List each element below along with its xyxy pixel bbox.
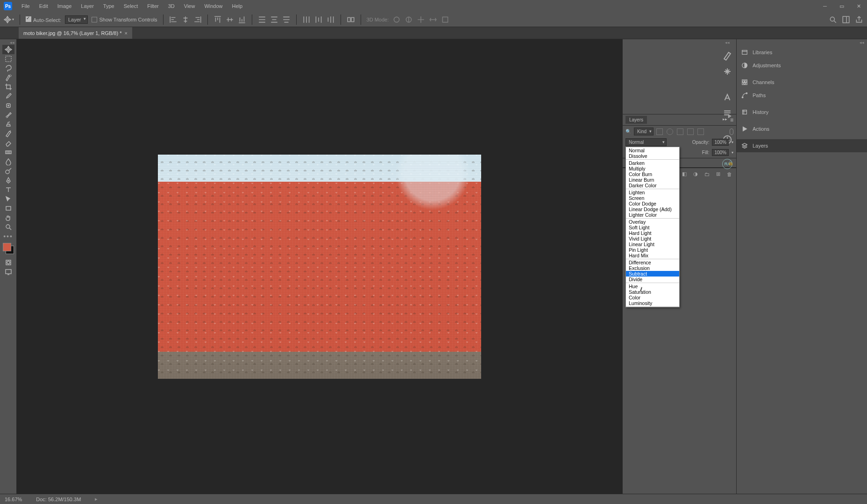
panel-history[interactable]: History [737, 106, 867, 119]
zoom-tool[interactable] [2, 222, 14, 232]
blend-mode-option[interactable]: Normal [626, 148, 679, 153]
menu-image[interactable]: Image [53, 3, 77, 9]
distribute-right-icon[interactable] [327, 15, 335, 24]
panel-collapse-icon[interactable]: ◂◂ [737, 39, 867, 46]
clone-source-icon[interactable] [722, 66, 732, 77]
crop-tool[interactable] [2, 82, 14, 92]
blend-mode-option[interactable]: Dissolve [626, 153, 679, 159]
quick-mask-tool[interactable] [2, 258, 14, 267]
distribute-top-icon[interactable] [258, 15, 266, 24]
blend-mode-option[interactable]: Hue [626, 284, 679, 289]
window-close-button[interactable]: ✕ [850, 0, 867, 12]
clone-stamp-tool[interactable] [2, 120, 14, 129]
blend-mode-option[interactable]: Soft Light [626, 225, 679, 230]
window-minimize-button[interactable]: ─ [817, 0, 833, 12]
blend-mode-option[interactable]: Saturation [626, 289, 679, 295]
blend-mode-option[interactable]: Luminosity [626, 300, 679, 306]
menu-type[interactable]: Type [99, 3, 119, 9]
blend-mode-option[interactable]: Exclusion [626, 265, 679, 271]
distribute-horizontal-icon[interactable] [314, 15, 323, 24]
align-top-edges-icon[interactable] [213, 15, 222, 24]
quick-selection-tool[interactable] [2, 73, 14, 82]
filter-pixel-icon[interactable] [656, 128, 663, 135]
new-layer-icon[interactable]: ⊞ [715, 171, 721, 177]
path-selection-tool[interactable] [2, 194, 14, 204]
status-flyout-icon[interactable]: ▸ [95, 496, 98, 502]
align-left-edges-icon[interactable] [169, 15, 178, 24]
distribute-vertical-icon[interactable] [270, 15, 278, 24]
menu-filter[interactable]: Filter [142, 3, 163, 9]
align-horizontal-centers-icon[interactable] [181, 15, 190, 24]
blend-mode-option[interactable]: Darker Color [626, 183, 679, 188]
document-canvas[interactable] [158, 155, 481, 379]
screen-mode-tool[interactable] [2, 267, 14, 277]
character-panel-icon[interactable] [722, 92, 732, 103]
panel-channels[interactable]: Channels [737, 76, 867, 89]
edit-toolbar-icon[interactable]: ••• [3, 233, 13, 240]
show-transform-checkbox[interactable]: Show Transform Controls [92, 17, 157, 22]
menu-window[interactable]: Window [199, 3, 227, 9]
filter-smart-icon[interactable] [697, 128, 704, 135]
type-tool[interactable] [2, 185, 14, 194]
hand-tool[interactable] [2, 213, 14, 222]
blend-mode-option[interactable]: Lighter Color [626, 212, 679, 218]
zoom-level[interactable]: 16.67% [5, 497, 22, 502]
blend-mode-option[interactable]: Linear Dodge (Add) [626, 206, 679, 212]
menu-edit[interactable]: Edit [35, 3, 53, 9]
blur-tool[interactable] [2, 157, 14, 166]
menu-help[interactable]: Help [227, 3, 248, 9]
foreground-color-swatch[interactable] [3, 243, 11, 251]
panel-paths[interactable]: Paths [737, 89, 867, 102]
move-tool-preset-icon[interactable]: ▾ [4, 14, 14, 25]
move-tool[interactable] [2, 45, 14, 54]
blend-mode-option[interactable]: Color Burn [626, 171, 679, 177]
rectangular-marquee-tool[interactable] [2, 54, 14, 64]
blend-mode-select[interactable]: Normal [625, 138, 667, 146]
menu-view[interactable]: View [179, 3, 200, 9]
brush-settings-icon[interactable] [722, 50, 732, 61]
eyedropper-tool[interactable] [2, 92, 14, 101]
eraser-tool[interactable] [2, 138, 14, 148]
adjustment-layer-icon[interactable]: ◑ [692, 171, 699, 177]
blend-mode-option[interactable]: Divide [626, 277, 679, 282]
blend-mode-option[interactable]: Color Dodge [626, 201, 679, 206]
align-vertical-centers-icon[interactable] [226, 15, 234, 24]
menu-3d[interactable]: 3D [163, 3, 179, 9]
paragraph-panel-icon[interactable] [722, 108, 732, 119]
blend-mode-option[interactable]: Difference [626, 260, 679, 265]
panel-collapse-icon[interactable]: ◂◂ [725, 40, 730, 45]
lasso-tool[interactable] [2, 64, 14, 73]
layer-mask-icon[interactable]: ◧ [681, 171, 688, 177]
align-bottom-edges-icon[interactable] [238, 15, 246, 24]
toolbox-collapse-icon[interactable]: ◂◂ [10, 40, 14, 45]
distribute-bottom-icon[interactable] [282, 15, 291, 24]
layer-filter-kind-select[interactable]: Kind [634, 128, 654, 135]
blend-mode-option[interactable]: Multiply [626, 166, 679, 171]
filter-adjustment-icon[interactable] [667, 128, 673, 135]
share-icon[interactable] [855, 15, 863, 24]
align-right-edges-icon[interactable] [193, 15, 202, 24]
blend-mode-option[interactable]: Lighten [626, 190, 679, 195]
delete-layer-icon[interactable]: 🗑 [726, 171, 732, 177]
panel-adjustments[interactable]: Adjustments [737, 59, 867, 72]
panel-layers[interactable]: Layers [737, 139, 867, 152]
layer-group-icon[interactable]: 🗀 [704, 171, 710, 177]
canvas-area[interactable] [17, 39, 622, 494]
auto-select-checkbox[interactable]: Auto-Select: [26, 16, 61, 23]
layers-tab[interactable]: Layers [625, 116, 647, 124]
window-restore-button[interactable]: ▭ [833, 0, 850, 12]
blend-mode-option[interactable]: Pin Light [626, 247, 679, 253]
history-brush-tool[interactable] [2, 129, 14, 138]
blend-mode-option[interactable]: Screen [626, 195, 679, 201]
auto-align-icon[interactable] [347, 15, 355, 24]
blend-mode-option[interactable]: Overlay [626, 219, 679, 225]
search-icon[interactable] [829, 15, 837, 24]
workspace-switcher-icon[interactable] [842, 15, 850, 24]
filter-shape-icon[interactable] [687, 128, 694, 135]
document-tab[interactable]: moto biker.jpg @ 16,7% (Layer 1, RGB/8) … [19, 27, 132, 39]
distribute-left-icon[interactable] [302, 15, 311, 24]
blend-mode-option[interactable]: Hard Mix [626, 253, 679, 258]
opacity-input[interactable]: 100% [712, 139, 729, 146]
dodge-tool[interactable] [2, 166, 14, 176]
color-swatches[interactable] [3, 243, 14, 254]
